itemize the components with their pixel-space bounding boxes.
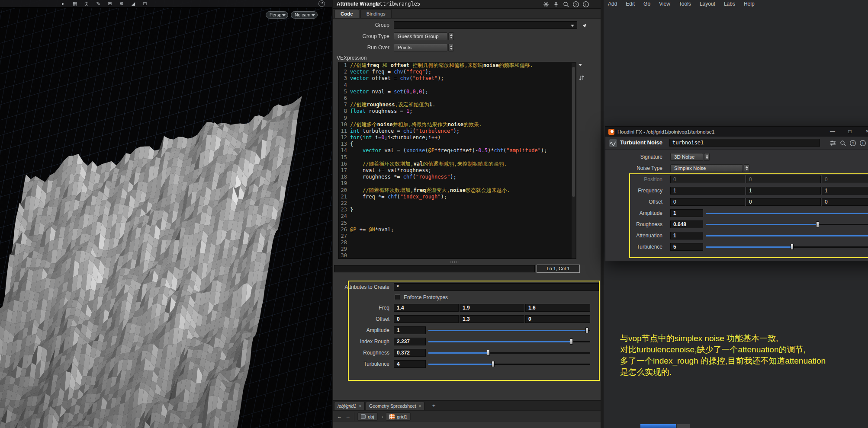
tab-bindings[interactable]: Bindings — [360, 9, 392, 18]
nw-roughness-field[interactable]: 0.648 — [670, 220, 703, 228]
freq-y-field[interactable]: 1.9 — [460, 304, 524, 312]
offset-z-field[interactable]: 0 — [525, 315, 590, 323]
noise-type-dropdown[interactable]: Simplex Noise — [670, 164, 743, 172]
freq-z-field[interactable]: 1.6 — [525, 304, 590, 312]
position-z-field[interactable]: 0 — [822, 176, 868, 183]
scene-viewport[interactable]: ▸▦◎✎⊞⚙◢⊡ ? Persp No cam — [0, 0, 332, 428]
attenuation-slider[interactable] — [706, 232, 868, 240]
turbulent-noise-window[interactable]: Houdini FX - /obj/grid1/pointvop1/turbno… — [605, 126, 868, 261]
search-icon[interactable] — [563, 1, 569, 8]
attributes-to-create-input[interactable]: * — [394, 283, 600, 291]
select-arrow-icon[interactable]: ▸ — [60, 0, 67, 7]
amplitude-slider[interactable] — [428, 326, 590, 334]
camera-persp-dropdown[interactable]: Persp — [266, 11, 288, 19]
group-pick-button[interactable]: ▶ — [581, 21, 589, 29]
nav-back-button[interactable]: ← — [336, 413, 343, 420]
turbulence-slider[interactable] — [428, 360, 590, 368]
menu-item-view[interactable]: View — [655, 1, 675, 7]
info-icon[interactable]: i — [859, 140, 866, 147]
run-over-dropdown[interactable]: Points — [394, 44, 447, 51]
snap-grid-icon[interactable]: ⊞ — [106, 0, 113, 7]
viewport-canvas[interactable] — [0, 0, 332, 428]
noise-type-spinner[interactable] — [744, 164, 749, 172]
shade-mode-icon[interactable]: ◢ — [130, 0, 137, 7]
search-icon[interactable] — [839, 140, 846, 147]
tab-code[interactable]: Code — [334, 9, 359, 18]
settings-gear-icon[interactable]: ⚙ — [118, 0, 125, 7]
help-icon[interactable]: ? — [849, 140, 856, 147]
group-type-spinner[interactable] — [448, 32, 454, 40]
run-over-spinner[interactable] — [448, 44, 454, 51]
slider-handle[interactable] — [585, 327, 588, 333]
select-box-icon[interactable]: ▦ — [71, 0, 78, 7]
offset-y-field[interactable]: 1.3 — [460, 315, 524, 323]
index-rough-slider[interactable] — [428, 338, 590, 345]
slider-handle[interactable] — [487, 350, 490, 356]
frequency-x-field[interactable]: 1 — [670, 187, 745, 195]
nw-offset-y-field[interactable]: 0 — [746, 198, 821, 206]
position-x-field[interactable]: 0 — [670, 176, 745, 183]
editor-scrollbar-thumb[interactable] — [572, 67, 575, 197]
editor-menu-caret-icon[interactable] — [579, 64, 582, 66]
nw-roughness-slider[interactable] — [706, 220, 868, 228]
signature-dropdown[interactable]: 3D Noise — [670, 153, 703, 161]
window-close-button[interactable]: × — [860, 127, 868, 137]
frequency-z-field[interactable]: 1 — [822, 187, 868, 195]
roughness-field[interactable]: 0.372 — [394, 349, 426, 357]
pane-vertical-divider[interactable] — [601, 0, 604, 428]
vex-code-editor[interactable]: 1//创建freq 和 offset 控制几何的缩放和偏移,来影响noise的频… — [338, 62, 576, 259]
info-icon[interactable]: i — [582, 1, 589, 8]
pane-tab-geometry-spreadsheet[interactable]: Geometry Spreadsheet × — [366, 402, 424, 410]
path-chip-obj[interactable]: obj — [357, 412, 378, 421]
noise-node-name-field[interactable]: turbnoise1 — [669, 139, 820, 147]
editor-expand-swap-icon[interactable] — [578, 74, 585, 81]
group-input[interactable] — [394, 21, 577, 29]
camera-select-dropdown[interactable]: No cam — [291, 11, 318, 19]
menu-item-add[interactable]: Add — [604, 1, 621, 7]
close-icon[interactable]: × — [359, 402, 361, 410]
pane-tab-obj-grid1[interactable]: /obj/grid1 × — [334, 402, 365, 410]
nw-amplitude-field[interactable]: 1 — [670, 209, 703, 217]
slider-handle[interactable] — [791, 244, 794, 250]
menu-item-tools[interactable]: Tools — [675, 1, 695, 7]
group-type-dropdown[interactable]: Guess from Group — [394, 32, 447, 40]
nav-forward-button[interactable]: → — [344, 413, 352, 420]
select-lasso-icon[interactable]: ◎ — [83, 0, 90, 7]
nw-offset-x-field[interactable]: 0 — [670, 198, 745, 206]
signature-spinner[interactable] — [704, 153, 710, 161]
editor-resize-grip[interactable] — [449, 260, 459, 264]
menu-item-labs[interactable]: Labs — [720, 1, 739, 7]
position-y-field[interactable]: 0 — [746, 176, 821, 183]
path-chip-grid1[interactable]: grid1 — [386, 412, 411, 421]
nw-turbulence-field[interactable]: 5 — [670, 243, 703, 251]
menu-item-edit[interactable]: Edit — [621, 1, 639, 7]
attenuation-field[interactable]: 1 — [670, 232, 703, 240]
window-titlebar[interactable]: Houdini FX - /obj/grid1/pointvop1/turbno… — [605, 127, 868, 137]
menu-item-layout[interactable]: Layout — [695, 1, 720, 7]
index-rough-field[interactable]: 2.237 — [394, 338, 426, 345]
slider-handle[interactable] — [816, 221, 819, 227]
caret-down-icon[interactable] — [571, 25, 574, 27]
window-maximize-button[interactable]: □ — [842, 127, 857, 137]
node-badge-icon[interactable] — [543, 1, 550, 8]
display-options-icon[interactable]: ⊡ — [141, 0, 148, 7]
roughness-slider[interactable] — [428, 349, 590, 357]
viewport-help-icon[interactable]: ? — [318, 0, 325, 7]
frequency-y-field[interactable]: 1 — [746, 187, 821, 195]
slider-handle[interactable] — [492, 361, 495, 367]
edit-mode-icon[interactable]: ✎ — [95, 0, 102, 7]
amplitude-field[interactable]: 1 — [394, 326, 426, 334]
nw-offset-z-field[interactable]: 0 — [822, 198, 868, 206]
nw-amplitude-slider[interactable] — [706, 209, 868, 217]
window-minimize-button[interactable]: — — [825, 127, 840, 137]
slider-handle[interactable] — [570, 339, 573, 345]
turbulence-field[interactable]: 4 — [394, 360, 426, 368]
menu-item-go[interactable]: Go — [639, 1, 655, 7]
offset-x-field[interactable]: 0 — [394, 315, 459, 323]
editor-scrollbar[interactable] — [572, 63, 575, 259]
freq-x-field[interactable]: 1.4 — [394, 304, 459, 312]
menu-item-help[interactable]: Help — [739, 1, 759, 7]
new-tab-button[interactable]: + — [430, 402, 437, 410]
enforce-prototypes-checkbox[interactable] — [395, 294, 400, 300]
help-icon[interactable]: ? — [572, 1, 579, 8]
